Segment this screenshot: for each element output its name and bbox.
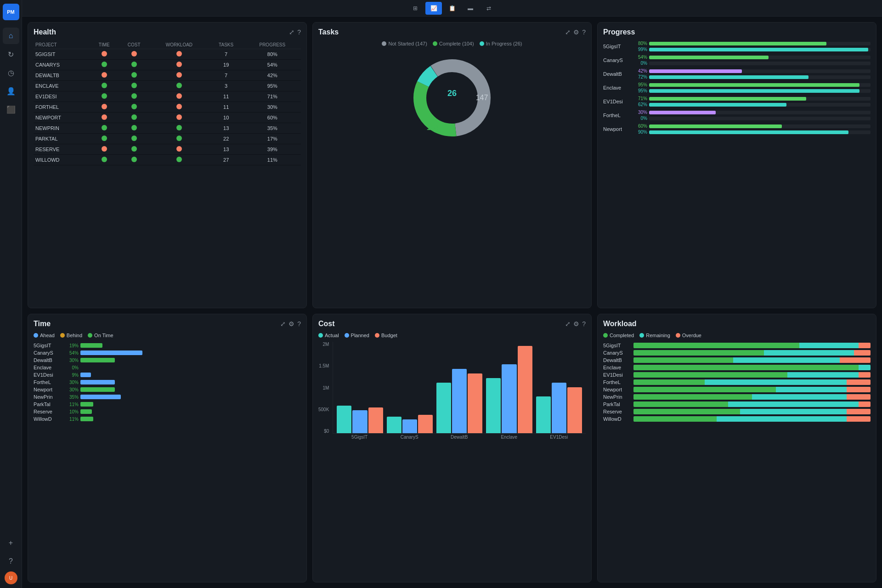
wl-overdue	[859, 343, 871, 348]
cost-help-icon[interactable]: ?	[582, 320, 586, 328]
tasks-count: 11	[209, 102, 244, 113]
workload-indicator	[150, 102, 209, 113]
progress-item: DewaltB 42% 72%	[603, 68, 871, 79]
health-help-icon[interactable]: ?	[297, 28, 301, 36]
workload-bar-track	[633, 343, 871, 348]
cost-x-label: CanaryS	[386, 434, 433, 440]
topbar-search-grid[interactable]: ⊞	[407, 2, 424, 15]
health-table: PROJECT TIME COST WORKLOAD TASKS PROGRES…	[34, 41, 301, 165]
topbar-minus-rect[interactable]: ▬	[462, 2, 479, 15]
cost-indicator	[118, 102, 150, 113]
cost-indicator	[118, 81, 150, 91]
progress-pct: 42%	[244, 70, 301, 81]
wl-completed	[633, 357, 733, 363]
bar-track-2	[649, 130, 871, 134]
bar-fill-1	[649, 42, 826, 45]
progress-pct: 71%	[244, 91, 301, 102]
project-name: CANARYS	[34, 60, 90, 70]
sidebar-users[interactable]: 👤	[3, 83, 19, 99]
topbar-flow[interactable]: ⇄	[481, 2, 497, 15]
sidebar-help[interactable]: ?	[3, 553, 19, 570]
wl-overdue	[854, 350, 871, 356]
time-help-icon[interactable]: ?	[297, 320, 301, 328]
sidebar-add[interactable]: +	[3, 535, 19, 551]
workload-panel: Workload Completed Remaining Overdue 5Gi…	[597, 314, 876, 582]
cost-bars	[333, 342, 586, 434]
sidebar-briefcase[interactable]: ⬛	[3, 101, 19, 118]
tasks-expand-icon[interactable]: ⤢	[565, 28, 571, 36]
bar-track-2	[649, 75, 871, 79]
time-actions: ⤢ ⚙ ?	[280, 320, 301, 328]
project-name: RESERVE	[34, 144, 90, 155]
topbar-clipboard[interactable]: 📋	[444, 2, 460, 15]
completed-label: Completed	[610, 333, 634, 338]
cost-indicator	[118, 123, 150, 134]
tasks-settings-icon[interactable]: ⚙	[573, 28, 579, 36]
workload-bar-track	[633, 372, 871, 378]
sidebar-home[interactable]: ⌂	[3, 28, 19, 44]
cost-settings-icon[interactable]: ⚙	[573, 320, 579, 328]
progress-item: 5GigsIT 80% 99%	[603, 41, 871, 52]
user-avatar[interactable]: PM	[3, 4, 19, 20]
tasks-title: Tasks	[318, 28, 339, 36]
time-bars: 10%	[64, 409, 301, 414]
project-name: 5GIGSIT	[34, 49, 90, 60]
wl-overdue	[840, 357, 871, 363]
workload-item: DewaltB	[603, 357, 871, 363]
sidebar-clock[interactable]: ◷	[3, 64, 19, 81]
sidebar-refresh[interactable]: ↻	[3, 46, 19, 62]
progress-bars: 80% 99%	[633, 41, 871, 52]
sidebar-user-circle[interactable]: U	[5, 571, 17, 584]
cost-expand-icon[interactable]: ⤢	[565, 320, 571, 328]
bar-track-2	[649, 48, 871, 51]
time-pct: 54%	[64, 351, 79, 356]
progress-project-name: EV1Desi	[603, 99, 631, 104]
health-panel: Health ⤢ ? PROJECT TIME COST WORKLOAD TA…	[28, 22, 307, 308]
time-title: Time	[34, 320, 51, 328]
tasks-help-icon[interactable]: ?	[582, 28, 586, 36]
time-pct: 19%	[64, 343, 79, 348]
bar-track-2	[649, 89, 871, 93]
cost-bar-planned	[502, 364, 516, 433]
tasks-legend: Not Started (147) Complete (104) In Prog…	[382, 41, 522, 46]
time-expand-icon[interactable]: ⤢	[280, 320, 286, 328]
time-bars: 30%	[64, 358, 301, 363]
wl-overdue	[859, 401, 871, 407]
wl-completed	[633, 372, 787, 378]
time-indicator	[90, 155, 118, 165]
table-row: 5GIGSIT 7 80%	[34, 49, 301, 60]
tasks-count: 19	[209, 60, 244, 70]
table-row: EV1DESI 11 71%	[34, 91, 301, 102]
on-time-label: On Time	[94, 333, 113, 338]
bar-track-1	[649, 56, 871, 59]
workload-item: Enclave	[603, 365, 871, 370]
wl-remaining	[764, 350, 854, 356]
col-workload: WORKLOAD	[150, 41, 209, 49]
progress-bars: 71% 62%	[633, 96, 871, 107]
health-expand-icon[interactable]: ⤢	[289, 28, 294, 36]
main-content: Health ⤢ ? PROJECT TIME COST WORKLOAD TA…	[22, 17, 882, 588]
cost-indicator	[118, 60, 150, 70]
cost-bar-actual	[486, 378, 501, 433]
time-settings-icon[interactable]: ⚙	[288, 320, 294, 328]
time-bars: 11%	[64, 417, 301, 422]
progress-project-name: 5GigsIT	[603, 44, 631, 49]
pct1: 54%	[633, 55, 647, 60]
wl-remaining	[728, 401, 859, 407]
workload-list: 5GigsIT CanaryS DewaltB Enclave EV1Desi	[603, 343, 871, 422]
table-row: CANARYS 19 54%	[34, 60, 301, 70]
workload-indicator	[150, 144, 209, 155]
tasks-count: 7	[209, 49, 244, 60]
time-bars: 19%	[64, 343, 301, 348]
wl-overdue	[859, 372, 871, 378]
workload-bar-track	[633, 357, 871, 363]
cost-bar-planned	[452, 369, 467, 433]
cost-indicator	[118, 113, 150, 123]
time-bars: 9%	[64, 373, 301, 378]
svg-text:104: 104	[427, 124, 439, 131]
topbar-chart[interactable]: 📈	[425, 2, 442, 15]
progress-list: 5GigsIT 80% 99% CanaryS 54%	[603, 41, 871, 135]
workload-item: ParkTal	[603, 401, 871, 407]
bar-fill-1	[649, 124, 782, 128]
cost-bar-actual	[436, 383, 451, 433]
